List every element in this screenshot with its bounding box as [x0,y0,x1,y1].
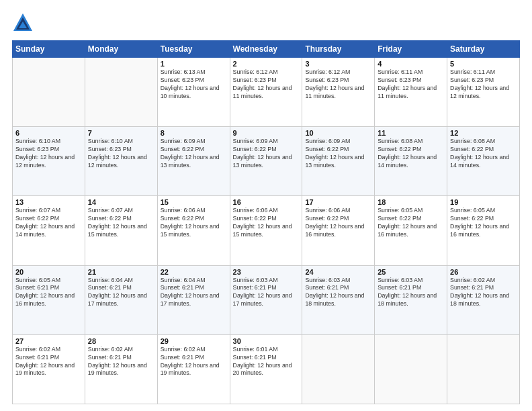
calendar-cell: 23Sunrise: 6:03 AM Sunset: 6:21 PM Dayli… [230,265,302,334]
calendar-cell [447,334,520,404]
day-info: Sunrise: 6:03 AM Sunset: 6:21 PM Dayligh… [378,277,444,309]
day-info: Sunrise: 6:02 AM Sunset: 6:21 PM Dayligh… [450,277,517,309]
calendar-cell: 5Sunrise: 6:11 AM Sunset: 6:23 PM Daylig… [447,58,520,127]
calendar-cell: 2Sunrise: 6:12 AM Sunset: 6:23 PM Daylig… [230,58,302,127]
calendar-cell: 27Sunrise: 6:02 AM Sunset: 6:21 PM Dayli… [13,334,85,404]
calendar-cell: 16Sunrise: 6:06 AM Sunset: 6:22 PM Dayli… [230,196,302,265]
calendar-cell: 29Sunrise: 6:02 AM Sunset: 6:21 PM Dayli… [157,334,230,404]
day-number: 22 [161,268,227,276]
day-number: 6 [15,129,82,137]
calendar-week-5: 27Sunrise: 6:02 AM Sunset: 6:21 PM Dayli… [13,334,520,404]
day-number: 10 [305,129,371,137]
calendar-cell [85,58,157,127]
calendar-cell [13,58,85,127]
calendar-cell: 1Sunrise: 6:13 AM Sunset: 6:23 PM Daylig… [157,58,230,127]
day-info: Sunrise: 6:01 AM Sunset: 6:21 PM Dayligh… [233,346,300,378]
calendar-header-monday: Monday [85,41,157,58]
header [12,12,520,34]
day-number: 26 [450,268,517,276]
day-info: Sunrise: 6:02 AM Sunset: 6:21 PM Dayligh… [161,346,227,378]
day-info: Sunrise: 6:07 AM Sunset: 6:22 PM Dayligh… [88,207,154,239]
day-info: Sunrise: 6:09 AM Sunset: 6:22 PM Dayligh… [305,138,371,170]
calendar-cell [302,334,375,404]
calendar-header-sunday: Sunday [13,41,85,58]
day-info: Sunrise: 6:11 AM Sunset: 6:23 PM Dayligh… [378,68,444,101]
calendar-header-friday: Friday [375,41,447,58]
calendar-cell: 4Sunrise: 6:11 AM Sunset: 6:23 PM Daylig… [375,58,447,127]
calendar-cell: 19Sunrise: 6:05 AM Sunset: 6:22 PM Dayli… [447,196,520,265]
day-number: 27 [15,337,82,345]
calendar-cell: 25Sunrise: 6:03 AM Sunset: 6:21 PM Dayli… [375,265,447,334]
day-number: 21 [88,268,154,276]
calendar-cell: 3Sunrise: 6:12 AM Sunset: 6:23 PM Daylig… [302,58,375,127]
day-number: 24 [305,268,371,276]
day-info: Sunrise: 6:06 AM Sunset: 6:22 PM Dayligh… [233,207,300,239]
day-number: 8 [161,129,227,137]
calendar-week-3: 13Sunrise: 6:07 AM Sunset: 6:22 PM Dayli… [13,196,520,265]
day-number: 7 [88,129,154,137]
day-number: 19 [450,198,517,206]
day-number: 5 [450,60,517,68]
calendar-header-wednesday: Wednesday [230,41,302,58]
day-info: Sunrise: 6:10 AM Sunset: 6:23 PM Dayligh… [15,138,82,170]
day-info: Sunrise: 6:02 AM Sunset: 6:21 PM Dayligh… [88,346,154,378]
day-info: Sunrise: 6:08 AM Sunset: 6:22 PM Dayligh… [450,138,517,170]
day-info: Sunrise: 6:03 AM Sunset: 6:21 PM Dayligh… [305,277,371,309]
day-info: Sunrise: 6:04 AM Sunset: 6:21 PM Dayligh… [161,277,227,309]
calendar-cell: 6Sunrise: 6:10 AM Sunset: 6:23 PM Daylig… [13,127,85,196]
calendar-cell: 22Sunrise: 6:04 AM Sunset: 6:21 PM Dayli… [157,265,230,334]
day-number: 1 [161,60,227,68]
calendar-cell: 13Sunrise: 6:07 AM Sunset: 6:22 PM Dayli… [13,196,85,265]
calendar-cell: 21Sunrise: 6:04 AM Sunset: 6:21 PM Dayli… [85,265,157,334]
calendar-cell: 9Sunrise: 6:09 AM Sunset: 6:22 PM Daylig… [230,127,302,196]
calendar-cell: 14Sunrise: 6:07 AM Sunset: 6:22 PM Dayli… [85,196,157,265]
day-number: 3 [305,60,371,68]
day-info: Sunrise: 6:13 AM Sunset: 6:23 PM Dayligh… [161,68,227,101]
calendar-week-2: 6Sunrise: 6:10 AM Sunset: 6:23 PM Daylig… [13,127,520,196]
day-number: 29 [161,337,227,345]
calendar-cell: 24Sunrise: 6:03 AM Sunset: 6:21 PM Dayli… [302,265,375,334]
calendar: SundayMondayTuesdayWednesdayThursdayFrid… [12,40,520,404]
day-number: 2 [233,60,300,68]
calendar-week-1: 1Sunrise: 6:13 AM Sunset: 6:23 PM Daylig… [13,58,520,127]
day-info: Sunrise: 6:12 AM Sunset: 6:23 PM Dayligh… [233,68,300,101]
day-number: 28 [88,337,154,345]
day-number: 18 [378,198,444,206]
day-info: Sunrise: 6:07 AM Sunset: 6:22 PM Dayligh… [15,207,82,239]
logo-icon [12,12,34,34]
calendar-cell: 12Sunrise: 6:08 AM Sunset: 6:22 PM Dayli… [447,127,520,196]
day-number: 14 [88,198,154,206]
calendar-cell: 10Sunrise: 6:09 AM Sunset: 6:22 PM Dayli… [302,127,375,196]
day-info: Sunrise: 6:02 AM Sunset: 6:21 PM Dayligh… [15,346,82,378]
day-info: Sunrise: 6:09 AM Sunset: 6:22 PM Dayligh… [161,138,227,170]
day-info: Sunrise: 6:10 AM Sunset: 6:23 PM Dayligh… [88,138,154,170]
logo [12,12,35,34]
day-number: 16 [233,198,300,206]
day-number: 25 [378,268,444,276]
day-number: 20 [15,268,82,276]
day-number: 13 [15,198,82,206]
page: SundayMondayTuesdayWednesdayThursdayFrid… [0,0,532,411]
day-info: Sunrise: 6:12 AM Sunset: 6:23 PM Dayligh… [305,68,371,101]
calendar-cell [375,334,447,404]
day-number: 12 [450,129,517,137]
calendar-header-saturday: Saturday [447,41,520,58]
day-info: Sunrise: 6:05 AM Sunset: 6:21 PM Dayligh… [15,277,82,309]
day-info: Sunrise: 6:04 AM Sunset: 6:21 PM Dayligh… [88,277,154,309]
calendar-header-thursday: Thursday [302,41,375,58]
day-info: Sunrise: 6:06 AM Sunset: 6:22 PM Dayligh… [161,207,227,239]
day-number: 23 [233,268,300,276]
day-number: 15 [161,198,227,206]
day-info: Sunrise: 6:11 AM Sunset: 6:23 PM Dayligh… [450,68,517,101]
calendar-cell: 20Sunrise: 6:05 AM Sunset: 6:21 PM Dayli… [13,265,85,334]
calendar-header-row: SundayMondayTuesdayWednesdayThursdayFrid… [13,41,520,58]
day-info: Sunrise: 6:09 AM Sunset: 6:22 PM Dayligh… [233,138,300,170]
calendar-cell: 18Sunrise: 6:05 AM Sunset: 6:22 PM Dayli… [375,196,447,265]
day-info: Sunrise: 6:06 AM Sunset: 6:22 PM Dayligh… [305,207,371,239]
calendar-header-tuesday: Tuesday [157,41,230,58]
day-info: Sunrise: 6:08 AM Sunset: 6:22 PM Dayligh… [378,138,444,170]
calendar-cell: 7Sunrise: 6:10 AM Sunset: 6:23 PM Daylig… [85,127,157,196]
calendar-cell: 15Sunrise: 6:06 AM Sunset: 6:22 PM Dayli… [157,196,230,265]
day-info: Sunrise: 6:03 AM Sunset: 6:21 PM Dayligh… [233,277,300,309]
day-number: 11 [378,129,444,137]
